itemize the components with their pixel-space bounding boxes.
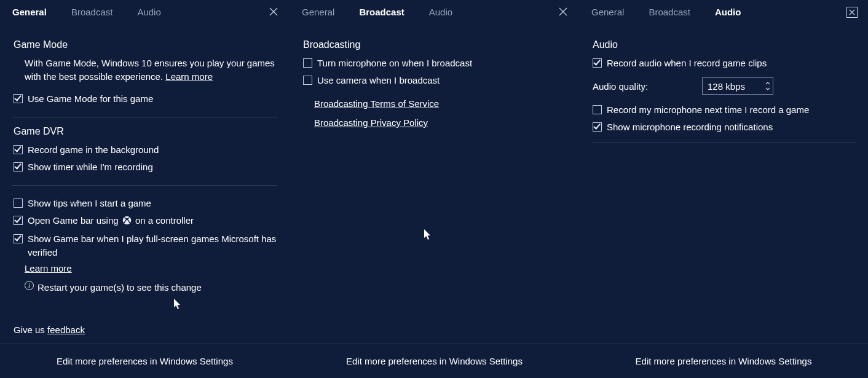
use-game-mode-label: Use Game Mode for this game — [28, 92, 277, 106]
tab-general[interactable]: General — [302, 0, 343, 25]
open-gamebar-label: Open Game bar using on a controller — [28, 214, 277, 229]
cam-on-label: Use camera when I broadcast — [317, 74, 567, 87]
record-bg-label: Record game in the background — [28, 143, 277, 157]
close-icon — [559, 7, 567, 18]
info-icon: i — [25, 281, 34, 290]
show-timer-label: Show timer while I'm recording — [28, 160, 277, 174]
restart-note: Restart your game(s) to see this change — [37, 281, 277, 294]
privacy-link[interactable]: Broadcasting Privacy Policy — [314, 117, 567, 128]
tab-audio[interactable]: Audio — [429, 0, 461, 25]
tab-broadcast[interactable]: Broadcast — [71, 0, 122, 25]
tabs-panel3: General Broadcast Audio — [579, 0, 868, 25]
feedback-link[interactable]: feedback — [47, 325, 85, 335]
audio-quality-select[interactable]: 128 kbps — [702, 77, 773, 95]
close-button[interactable] — [551, 0, 575, 25]
show-mic-notif-checkbox[interactable] — [593, 122, 602, 132]
record-mic-checkbox[interactable] — [593, 105, 602, 114]
close-button[interactable] — [261, 0, 286, 25]
broadcasting-title: Broadcasting — [303, 39, 567, 50]
tabs-panel1: General Broadcast Audio — [0, 0, 290, 25]
cam-on-checkbox[interactable] — [303, 76, 312, 85]
audio-quality-value: 128 kbps — [708, 81, 745, 92]
record-mic-label: Record my microphone next time I record … — [607, 103, 856, 117]
footer-link[interactable]: Edit more preferences in Windows Setting… — [579, 344, 868, 378]
show-tips-label: Show tips when I start a game — [28, 197, 277, 210]
use-game-mode-checkbox[interactable] — [14, 94, 23, 103]
audio-quality-label: Audio quality: — [593, 81, 702, 92]
show-tips-checkbox[interactable] — [14, 199, 23, 208]
close-icon — [846, 7, 858, 18]
close-button[interactable] — [840, 0, 864, 25]
open-gamebar-checkbox[interactable] — [14, 216, 23, 225]
tab-general[interactable]: General — [591, 0, 633, 25]
feedback-line: Give us feedback — [14, 325, 85, 335]
record-bg-checkbox[interactable] — [14, 145, 23, 154]
mic-on-checkbox[interactable] — [303, 58, 312, 68]
tabs-panel2: General Broadcast Audio — [290, 0, 579, 25]
record-audio-checkbox[interactable] — [593, 58, 602, 68]
tos-link[interactable]: Broadcasting Terms of Service — [314, 98, 567, 109]
footer-link[interactable]: Edit more preferences in Windows Setting… — [290, 344, 579, 378]
spinner-icon — [765, 81, 770, 91]
mic-on-label: Turn microphone on when I broadcast — [317, 57, 567, 70]
game-mode-desc: With Game Mode, Windows 10 ensures you p… — [25, 57, 277, 84]
close-icon — [269, 7, 278, 18]
show-timer-checkbox[interactable] — [14, 162, 23, 171]
learn-more-fullscreen-link[interactable]: Learn more — [25, 263, 72, 274]
show-mic-notif-label: Show microphone recording notifications — [607, 120, 856, 134]
tab-audio[interactable]: Audio — [715, 0, 750, 25]
footer-link[interactable]: Edit more preferences in Windows Setting… — [0, 344, 290, 378]
record-audio-label: Record audio when I record game clips — [607, 57, 856, 70]
tab-broadcast[interactable]: Broadcast — [359, 0, 412, 25]
learn-more-link[interactable]: Learn more — [165, 71, 213, 82]
tab-audio[interactable]: Audio — [137, 0, 169, 25]
fullscreen-checkbox[interactable] — [14, 234, 23, 243]
tab-broadcast[interactable]: Broadcast — [649, 0, 699, 25]
xbox-icon — [122, 215, 132, 229]
game-mode-title: Game Mode — [14, 39, 277, 50]
fullscreen-label: Show Game bar when I play full-screen ga… — [28, 232, 277, 259]
game-dvr-title: Game DVR — [14, 126, 277, 137]
tab-general[interactable]: General — [12, 0, 55, 25]
audio-title: Audio — [593, 39, 856, 50]
